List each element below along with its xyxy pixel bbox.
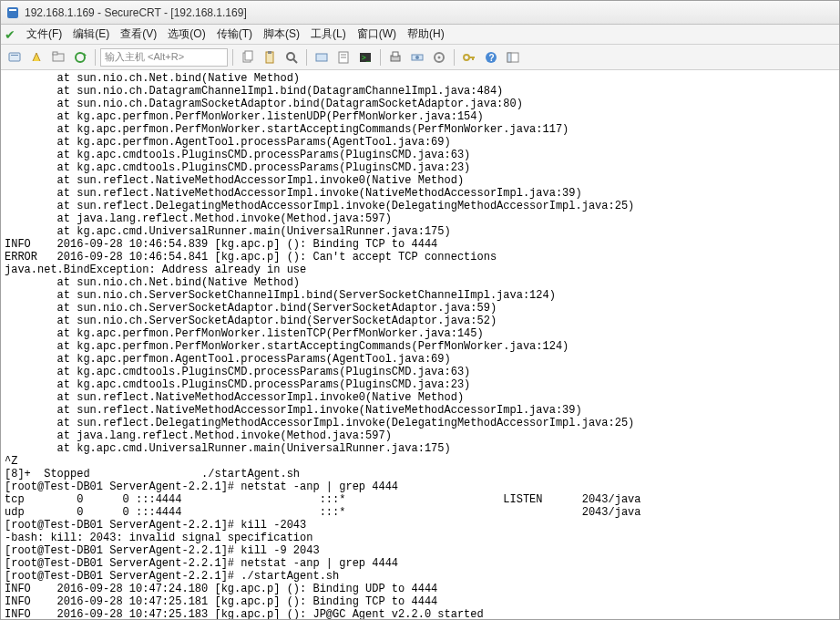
connect-icon[interactable] — [5, 47, 25, 67]
titlebar: 192.168.1.169 - SecureCRT - [192.168.1.1… — [1, 1, 839, 25]
menu-window[interactable]: 窗口(W) — [352, 26, 402, 42]
session-options-icon[interactable] — [312, 47, 332, 67]
svg-rect-9 — [245, 51, 252, 60]
toolbar-separator — [380, 49, 381, 66]
svg-rect-3 — [11, 55, 18, 56]
window-title: 192.168.1.169 - SecureCRT - [192.168.1.1… — [25, 6, 834, 19]
svg-text:>_: >_ — [362, 54, 371, 62]
menu-transfer[interactable]: 传输(T) — [211, 26, 258, 42]
app-icon — [6, 5, 19, 19]
copy-icon[interactable] — [238, 47, 258, 67]
terminal-icon[interactable]: >_ — [355, 47, 375, 67]
toolbar-separator — [232, 49, 233, 66]
menu-options[interactable]: 选项(O) — [162, 26, 210, 42]
svg-point-12 — [287, 53, 294, 60]
svg-rect-32 — [507, 53, 511, 62]
paste-icon[interactable] — [260, 47, 280, 67]
svg-point-25 — [438, 56, 441, 58]
svg-line-13 — [293, 59, 297, 63]
toolbar-separator — [454, 49, 455, 66]
toolbar: 输入主机 <Alt+R> >_ ? — [1, 45, 839, 70]
terminal-output[interactable]: at sun.nio.ch.Net.bind(Native Method) at… — [1, 70, 839, 619]
menu-tools[interactable]: 工具(L) — [305, 26, 352, 42]
svg-rect-2 — [9, 53, 20, 61]
connect-in-tab-icon[interactable] — [48, 47, 68, 67]
toggle-icon[interactable] — [503, 47, 523, 67]
toolbar-separator — [95, 49, 96, 66]
menu-script[interactable]: 脚本(S) — [258, 26, 305, 42]
settings-icon[interactable] — [429, 47, 449, 67]
menu-file[interactable]: 文件(F) — [21, 26, 67, 42]
host-placeholder: 输入主机 <Alt+R> — [105, 50, 184, 64]
svg-rect-5 — [53, 52, 57, 55]
toolbar-separator — [306, 49, 307, 66]
svg-rect-0 — [7, 7, 18, 18]
find-icon[interactable] — [282, 47, 302, 67]
menu-help[interactable]: 帮助(H) — [402, 26, 450, 42]
check-icon: ✔ — [5, 27, 15, 42]
svg-rect-1 — [9, 9, 16, 11]
script-icon[interactable] — [333, 47, 353, 67]
properties-icon[interactable] — [407, 47, 427, 67]
svg-text:?: ? — [489, 53, 495, 63]
quick-connect-icon[interactable] — [26, 47, 46, 67]
svg-point-23 — [415, 56, 419, 59]
svg-rect-11 — [268, 51, 271, 54]
menu-view[interactable]: 查看(V) — [115, 26, 162, 42]
svg-marker-7 — [84, 53, 87, 56]
key-icon[interactable] — [459, 47, 479, 67]
reconnect-icon[interactable] — [70, 47, 90, 67]
svg-rect-21 — [393, 52, 398, 57]
svg-point-6 — [76, 53, 85, 62]
svg-rect-14 — [316, 54, 327, 61]
host-input[interactable]: 输入主机 <Alt+R> — [100, 48, 228, 67]
help-icon[interactable]: ? — [481, 47, 501, 67]
print-icon[interactable] — [385, 47, 405, 67]
svg-point-26 — [464, 55, 469, 60]
menubar: ✔ 文件(F) 编辑(E) 查看(V) 选项(O) 传输(T) 脚本(S) 工具… — [1, 25, 839, 45]
menu-edit[interactable]: 编辑(E) — [67, 26, 115, 42]
